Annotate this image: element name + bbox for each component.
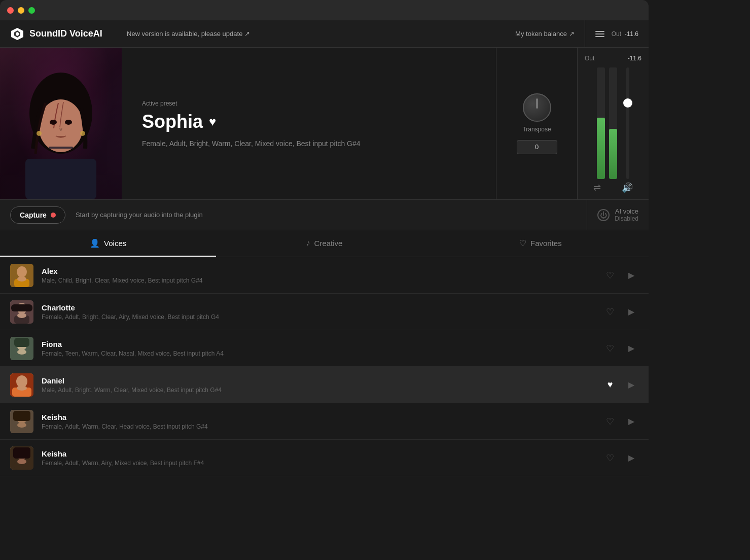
close-button[interactable]: [7, 7, 14, 14]
voices-tab-label: Voices: [104, 239, 126, 248]
ai-voice-label: AI voice Disabled: [615, 207, 638, 222]
tab-creative[interactable]: ♪ Creative: [216, 230, 432, 257]
token-balance[interactable]: My token balance ↗: [515, 30, 575, 38]
ai-voice-status: Disabled: [615, 215, 638, 222]
heart-alex[interactable]: ♡: [603, 268, 617, 283]
tab-favorites[interactable]: ♡ Favorites: [433, 230, 649, 257]
hamburger-menu[interactable]: [595, 31, 604, 37]
vu-bars-right: [609, 67, 617, 179]
voice-tags-alex: Male, Child, Bright, Clear, Mixed voice,…: [42, 277, 603, 284]
svg-rect-22: [14, 338, 29, 347]
out-label: Out -11.6: [612, 30, 638, 38]
voice-row-keisha2[interactable]: Keisha Female, Adult, Warm, Airy, Mixed …: [0, 440, 649, 476]
svg-rect-3: [25, 159, 96, 199]
transpose-input[interactable]: [517, 140, 557, 154]
vu-bar-right: [609, 67, 617, 179]
svg-point-6: [50, 120, 57, 125]
voice-info-fiona: Fiona Female, Teen, Warm, Clear, Nasal, …: [42, 340, 603, 357]
voice-info-keisha1: Keisha Female, Adult, Warm, Clear, Head …: [42, 413, 603, 430]
preset-tags: Female, Adult, Bright, Warm, Clear, Mixe…: [142, 139, 476, 148]
voice-name-fiona: Fiona: [42, 340, 603, 348]
minimize-button[interactable]: [18, 7, 24, 14]
title-bar: [0, 0, 649, 20]
voice-actions-daniel: ♥ ▶: [603, 378, 638, 392]
preset-name-text: Sophia: [142, 111, 203, 132]
heart-keisha2[interactable]: ♡: [603, 451, 617, 465]
voice-info-charlotte: Charlotte Female, Adult, Bright, Clear, …: [42, 303, 603, 321]
voices-tab-icon: 👤: [90, 238, 100, 248]
svg-rect-36: [13, 447, 30, 459]
favorites-tab-label: Favorites: [530, 239, 562, 248]
preset-section: Active preset Sophia ♥ Female, Adult, Br…: [122, 48, 496, 199]
capture-bar: Capture Start by capturing your audio in…: [0, 200, 649, 230]
voice-info-daniel: Daniel Male, Adult, Bright, Warm, Clear,…: [42, 376, 603, 394]
transpose-knob[interactable]: [523, 93, 551, 122]
power-button[interactable]: ⏻: [597, 209, 610, 221]
heart-daniel[interactable]: ♥: [603, 378, 617, 392]
svg-point-7: [65, 120, 72, 125]
app-logo: SoundID VoiceAI: [10, 27, 127, 41]
play-alex[interactable]: ▶: [624, 268, 638, 283]
maximize-button[interactable]: [28, 7, 35, 14]
speaker-icon[interactable]: 🔊: [622, 182, 633, 193]
loop-icon[interactable]: ⇌: [593, 182, 601, 193]
avatar-daniel: [10, 373, 33, 397]
voice-tags-daniel: Male, Adult, Bright, Warm, Clear, Mixed …: [42, 387, 603, 394]
voice-info-alex: Alex Male, Child, Bright, Clear, Mixed v…: [42, 267, 603, 284]
main-top-section: Active preset Sophia ♥ Female, Adult, Br…: [0, 48, 649, 200]
vu-slider-track[interactable]: [626, 67, 629, 179]
svg-point-19: [17, 313, 26, 318]
creative-tab-icon: ♪: [306, 238, 310, 248]
svg-point-28: [17, 386, 27, 391]
header: SoundID VoiceAI New version is available…: [0, 20, 649, 48]
vu-meter-section: Out -11.6 ⇌ 🔊: [578, 48, 649, 199]
voice-row-fiona[interactable]: Fiona Female, Teen, Warm, Clear, Nasal, …: [0, 330, 649, 367]
transpose-knob-container: Transpose: [522, 93, 551, 133]
avatar-alex: [10, 264, 33, 287]
vu-bars: [597, 67, 605, 179]
voice-row-keisha1[interactable]: Keisha Female, Adult, Warm, Clear, Head …: [0, 403, 649, 440]
tab-voices[interactable]: 👤 Voices: [0, 230, 216, 257]
voice-row-daniel[interactable]: Daniel Male, Adult, Bright, Warm, Clear,…: [0, 367, 649, 403]
svg-point-9: [37, 131, 42, 136]
heart-charlotte[interactable]: ♡: [603, 305, 617, 319]
ai-voice-section: ⏻ AI voice Disabled: [587, 200, 638, 230]
voice-actions-alex: ♡ ▶: [603, 268, 638, 283]
capture-button[interactable]: Capture: [10, 206, 65, 224]
svg-point-33: [17, 423, 26, 428]
voice-name-alex: Alex: [42, 267, 603, 275]
svg-rect-17: [11, 304, 32, 311]
vu-meter-header: Out -11.6: [612, 30, 638, 38]
heart-keisha1[interactable]: ♡: [603, 414, 617, 429]
creative-tab-label: Creative: [314, 239, 343, 248]
voice-name-daniel: Daniel: [42, 376, 603, 385]
voice-tags-charlotte: Female, Adult, Bright, Clear, Airy, Mixe…: [42, 313, 603, 321]
voice-info-keisha2: Keisha Female, Adult, Warm, Airy, Mixed …: [42, 449, 603, 467]
update-notice[interactable]: New version is available, please update …: [127, 30, 515, 38]
play-daniel[interactable]: ▶: [624, 378, 638, 392]
heart-fiona[interactable]: ♡: [603, 341, 617, 356]
vu-slider-thumb[interactable]: [623, 98, 632, 108]
play-fiona[interactable]: ▶: [624, 341, 638, 356]
voice-row-charlotte[interactable]: Charlotte Female, Adult, Bright, Clear, …: [0, 294, 649, 330]
voice-name-charlotte: Charlotte: [42, 303, 603, 312]
preset-heart-icon[interactable]: ♥: [209, 115, 216, 129]
svg-point-12: [17, 266, 27, 277]
play-keisha2[interactable]: ▶: [624, 451, 638, 465]
play-keisha1[interactable]: ▶: [624, 414, 638, 429]
transpose-section: Transpose: [496, 48, 578, 199]
vu-out-label: Out: [585, 55, 594, 62]
capture-dot: [51, 213, 56, 218]
voice-name-keisha2: Keisha: [42, 449, 603, 458]
voice-row-alex[interactable]: Alex Male, Child, Bright, Clear, Mixed v…: [0, 257, 649, 294]
artist-photo: [0, 48, 122, 199]
capture-description: Start by capturing your audio into the p…: [76, 211, 577, 219]
play-charlotte[interactable]: ▶: [624, 305, 638, 319]
svg-point-14: [17, 276, 26, 282]
voice-actions-keisha1: ♡ ▶: [603, 414, 638, 429]
voice-actions-fiona: ♡ ▶: [603, 341, 638, 356]
avatar-charlotte: [10, 300, 33, 324]
avatar-keisha2: [10, 446, 33, 470]
voice-actions-charlotte: ♡ ▶: [603, 305, 638, 319]
voice-list: Alex Male, Child, Bright, Clear, Mixed v…: [0, 257, 649, 476]
